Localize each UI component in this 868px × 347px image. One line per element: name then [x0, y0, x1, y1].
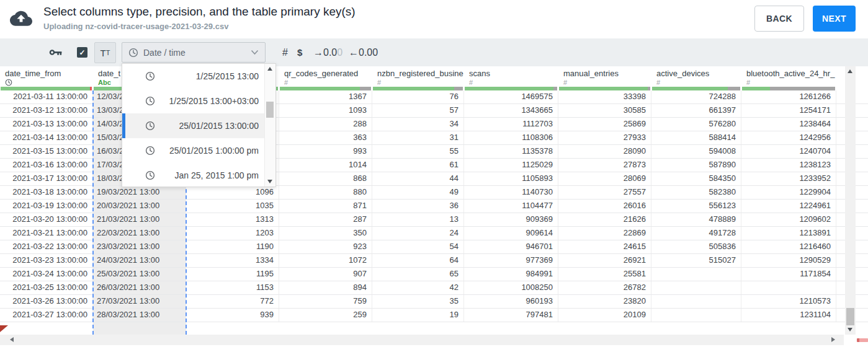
cell[interactable]: 28069 — [558, 172, 651, 185]
cell[interactable]: 2021-03-16 13:00:00 — [0, 159, 93, 172]
cell[interactable]: 759 — [279, 295, 372, 308]
cell[interactable]: 1469575 — [464, 90, 558, 103]
cell[interactable]: 61 — [372, 159, 464, 172]
column-header-qr_codes_generated[interactable]: qr_codes_generated# — [279, 66, 372, 90]
cell[interactable]: 23820 — [558, 295, 651, 308]
cell[interactable]: 1229904 — [741, 186, 836, 199]
cell[interactable]: 1203 — [186, 227, 279, 240]
cell[interactable]: 33398 — [558, 90, 651, 103]
cell[interactable]: 1334 — [186, 254, 279, 267]
cell[interactable]: 2021-03-20 13:00:00 — [0, 213, 93, 226]
cell[interactable]: 2021-03-18 13:00:00 — [0, 186, 93, 199]
cell[interactable]: 1104477 — [464, 200, 558, 213]
date-format-option[interactable]: 25/01/2015 1:00:00 pm — [122, 138, 265, 163]
cell[interactable]: 24 — [372, 227, 464, 240]
cell[interactable]: 2021-03-14 13:00:00 — [0, 131, 93, 144]
cell[interactable]: 27873 — [558, 159, 651, 172]
cell[interactable]: 1014 — [279, 159, 372, 172]
cell[interactable]: 2021-03-27 13:00:00 — [0, 309, 93, 322]
primary-key-icon[interactable] — [49, 47, 63, 60]
cell[interactable]: 584350 — [651, 172, 741, 185]
cell[interactable]: 24615 — [558, 240, 651, 253]
cell[interactable] — [741, 281, 836, 294]
cell[interactable] — [651, 281, 741, 294]
cell[interactable]: 1254171 — [741, 104, 836, 117]
cell[interactable]: 19/03/2021 13:00 — [93, 186, 186, 199]
cell[interactable]: 23/03/2021 13:00 — [93, 240, 186, 253]
cell[interactable]: 1210573 — [741, 295, 836, 308]
cell[interactable]: 1261266 — [741, 90, 836, 103]
cell[interactable]: 259 — [279, 309, 372, 322]
cell[interactable]: 26921 — [558, 254, 651, 267]
cell[interactable]: 1242956 — [741, 131, 836, 144]
column-header-date_time_from[interactable]: date_time_from — [0, 66, 93, 90]
cell[interactable]: 28/03/2021 13:00 — [93, 309, 186, 322]
cell[interactable]: 515027 — [651, 254, 741, 267]
cell[interactable]: 350 — [279, 227, 372, 240]
cell[interactable]: 491728 — [651, 227, 741, 240]
cell[interactable]: 65 — [372, 268, 464, 281]
cell[interactable]: 1313 — [186, 213, 279, 226]
cell[interactable]: 13 — [372, 213, 464, 226]
cell[interactable]: 64 — [372, 254, 464, 267]
next-button[interactable]: NEXT — [813, 6, 856, 32]
cell[interactable]: 19 — [372, 309, 464, 322]
cell[interactable]: 2021-03-24 13:00:00 — [0, 268, 93, 281]
dropdown-scrollbar[interactable] — [264, 64, 275, 187]
dropdown-scroll-down-arrow[interactable] — [267, 180, 272, 183]
cell[interactable]: 1238464 — [741, 118, 836, 131]
cell[interactable] — [651, 309, 741, 322]
cell[interactable]: 2021-03-15 13:00:00 — [0, 145, 93, 158]
cell[interactable]: 909614 — [464, 227, 558, 240]
cell[interactable]: 582380 — [651, 186, 741, 199]
cell[interactable]: 30585 — [558, 104, 651, 117]
column-header-bluetooth_active_24_hr_[interactable]: bluetooth_active_24_hr_# — [741, 66, 836, 90]
cell[interactable]: 35 — [372, 295, 464, 308]
cell[interactable]: 21/03/2021 13:00 — [93, 213, 186, 226]
date-format-option[interactable]: 1/25/2015 13:00+03:00 — [122, 89, 265, 113]
cell[interactable]: 960193 — [464, 295, 558, 308]
dropdown-scroll-thumb[interactable] — [266, 102, 274, 118]
cell[interactable]: 55 — [372, 145, 464, 158]
cell[interactable]: 1190 — [186, 240, 279, 253]
cell[interactable]: 27933 — [558, 131, 651, 144]
cell[interactable]: 772 — [186, 295, 279, 308]
scroll-left-arrow[interactable] — [10, 337, 14, 342]
text-type-button[interactable]: TT — [94, 42, 116, 63]
cell[interactable]: 556123 — [651, 200, 741, 213]
cell[interactable]: 24/03/2021 13:00 — [93, 254, 186, 267]
cell[interactable]: 478889 — [651, 213, 741, 226]
cell[interactable]: 26016 — [558, 200, 651, 213]
cell[interactable]: 871 — [279, 200, 372, 213]
cell[interactable]: 22/03/2021 13:00 — [93, 227, 186, 240]
cell[interactable]: 894 — [279, 281, 372, 294]
cell[interactable]: 49 — [372, 186, 464, 199]
cell[interactable]: 20/03/2021 13:00 — [93, 200, 186, 213]
scroll-up-arrow[interactable] — [848, 69, 852, 73]
cell[interactable]: 923 — [279, 240, 372, 253]
vertical-scrollbar[interactable] — [845, 66, 856, 335]
cell[interactable]: 27557 — [558, 186, 651, 199]
cell[interactable]: 363 — [279, 131, 372, 144]
cell[interactable]: 2021-03-22 13:00:00 — [0, 240, 93, 253]
increase-decimal-button[interactable]: →0.00 — [313, 38, 342, 66]
cell[interactable]: 1213891 — [741, 227, 836, 240]
cell[interactable]: 22869 — [558, 227, 651, 240]
number-type-button[interactable]: # — [282, 38, 288, 66]
cell[interactable]: 26/03/2021 13:00 — [93, 281, 186, 294]
cell[interactable] — [651, 268, 741, 281]
cell[interactable]: 34 — [372, 118, 464, 131]
currency-type-button[interactable]: $ — [297, 38, 302, 66]
cell[interactable]: 1224961 — [741, 200, 836, 213]
cell[interactable]: 2021-03-11 13:00:00 — [0, 90, 93, 103]
cell[interactable]: 28090 — [558, 145, 651, 158]
cell[interactable]: 44 — [372, 172, 464, 185]
scroll-down-arrow[interactable] — [848, 328, 852, 332]
cell[interactable]: 1153 — [186, 281, 279, 294]
cell[interactable]: 287 — [279, 213, 372, 226]
cell[interactable]: 36 — [372, 200, 464, 213]
cell[interactable]: 977369 — [464, 254, 558, 267]
cell[interactable]: 505836 — [651, 240, 741, 253]
cell[interactable]: 1135378 — [464, 145, 558, 158]
cell[interactable]: 20109 — [558, 309, 651, 322]
